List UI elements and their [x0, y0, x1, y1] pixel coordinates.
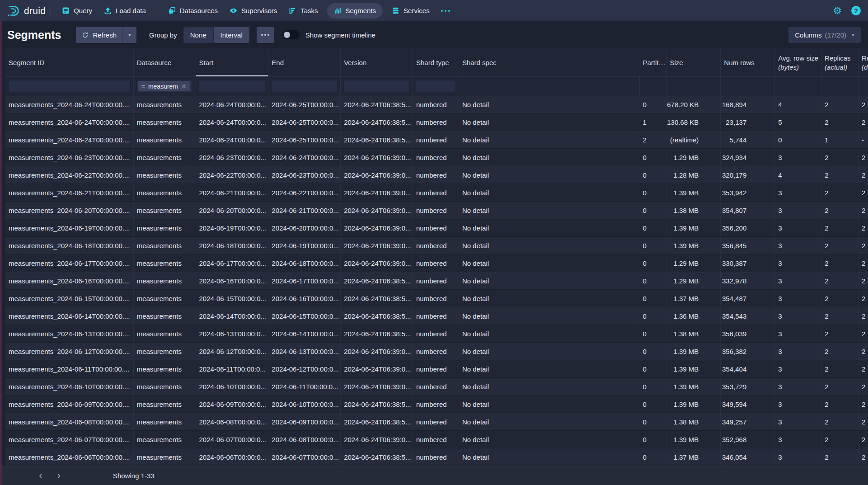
- column-header-avg_row_size[interactable]: Avg. row size(bytes): [775, 48, 821, 76]
- remove-filter-icon[interactable]: ✕: [181, 83, 187, 90]
- column-header-label: End: [272, 59, 340, 66]
- cell-replication_factor: 2: [859, 96, 868, 113]
- cell-size: 1.39 MB: [666, 396, 721, 413]
- refresh-button[interactable]: Refresh: [76, 27, 122, 43]
- column-header-num_rows[interactable]: Num rows: [721, 48, 775, 76]
- nav-item-datasources[interactable]: Datasources: [162, 0, 224, 21]
- table-row[interactable]: measurements_2024-06-17T00:00:00....meas…: [5, 254, 868, 272]
- cell-datasource: measurements: [134, 96, 196, 113]
- filter-input-shard_type[interactable]: [416, 80, 456, 92]
- column-header-sublabel: (desired): [862, 63, 868, 71]
- cell-avg_row_size: 3: [775, 290, 821, 307]
- druid-console: druid Query Load data Data: [0, 0, 868, 485]
- filter-input-datasource[interactable]: =measurem✕: [136, 80, 193, 92]
- cell-num_rows: 353,729: [721, 378, 775, 395]
- datasource-filter-tag[interactable]: =measurem✕: [138, 81, 190, 91]
- prev-page-button[interactable]: [34, 469, 47, 483]
- cell-size: 1.39 MB: [666, 343, 721, 360]
- filter-input-segment_id[interactable]: [8, 80, 131, 92]
- cell-segment_id: measurements_2024-06-13T00:00:00....: [5, 325, 134, 342]
- table-row[interactable]: measurements_2024-06-06T00:00:00....meas…: [5, 448, 868, 466]
- settings-gear-icon[interactable]: ⚙: [833, 6, 842, 16]
- nav-item-label: Load data: [116, 7, 146, 14]
- table-row[interactable]: measurements_2024-06-07T00:00:00....meas…: [5, 431, 868, 448]
- cell-shard_spec: No detail: [459, 448, 640, 466]
- cell-avg_row_size: 3: [775, 431, 821, 448]
- nav-item-services[interactable]: Services: [386, 0, 436, 21]
- columns-button[interactable]: Columns (17/20) ▾: [788, 27, 861, 43]
- cell-end: 2024-06-24T00:00:0...: [268, 149, 341, 166]
- group-by-none-button[interactable]: None: [183, 27, 214, 43]
- column-header-version[interactable]: Version: [341, 48, 413, 76]
- group-by-interval-button[interactable]: Interval: [214, 27, 249, 43]
- segments-icon: [334, 7, 342, 14]
- column-header-partition[interactable]: Partition: [639, 48, 666, 76]
- cell-replication_factor: 2: [859, 396, 868, 413]
- nav-item-tasks[interactable]: Tasks: [283, 0, 324, 21]
- table-row[interactable]: measurements_2024-06-10T00:00:00....meas…: [5, 378, 868, 396]
- nav-item-label: Services: [404, 7, 430, 14]
- cell-replicas: 2: [821, 396, 859, 413]
- filter-input-start[interactable]: [199, 80, 266, 92]
- column-header-shard_spec[interactable]: Shard spec: [459, 48, 640, 76]
- services-icon: [392, 7, 399, 14]
- cell-end: 2024-06-07T00:00:0...: [268, 448, 341, 466]
- nav-more-button[interactable]: [436, 10, 455, 12]
- cell-end: 2024-06-13T00:00:0...: [268, 343, 341, 360]
- column-header-label: Shard type: [416, 59, 459, 66]
- table-row[interactable]: measurements_2024-06-08T00:00:00....meas…: [5, 413, 868, 431]
- table-row[interactable]: measurements_2024-06-22T00:00:00....meas…: [5, 166, 868, 184]
- refresh-dropdown-button[interactable]: ▾: [122, 27, 136, 43]
- column-header-start[interactable]: Start: [196, 48, 269, 76]
- table-row[interactable]: measurements_2024-06-24T00:00:00....meas…: [5, 96, 868, 113]
- table-row[interactable]: measurements_2024-06-19T00:00:00....meas…: [5, 219, 868, 237]
- column-header-size[interactable]: Size: [666, 48, 721, 76]
- cell-shard_spec: No detail: [459, 184, 640, 201]
- cell-shard_type: numbered: [413, 149, 459, 166]
- cell-avg_row_size: 3: [775, 237, 821, 254]
- table-row[interactable]: measurements_2024-06-11T00:00:00....meas…: [5, 360, 868, 378]
- table-row[interactable]: measurements_2024-06-16T00:00:00....meas…: [5, 272, 868, 290]
- column-header-datasource[interactable]: Datasource: [134, 48, 196, 76]
- cell-end: 2024-06-25T00:00:0...: [268, 131, 341, 148]
- column-header-shard_type[interactable]: Shard type: [413, 48, 459, 76]
- nav-item-segments[interactable]: Segments: [327, 3, 383, 19]
- segment-timeline-toggle[interactable]: [282, 30, 300, 39]
- column-header-end[interactable]: End: [268, 48, 341, 76]
- table-row[interactable]: measurements_2024-06-20T00:00:00....meas…: [5, 202, 868, 219]
- table-row[interactable]: measurements_2024-06-23T00:00:00....meas…: [5, 149, 868, 166]
- help-icon[interactable]: ?: [851, 6, 861, 15]
- next-page-button[interactable]: [52, 469, 66, 483]
- nav-item-label: Query: [74, 7, 92, 14]
- table-row[interactable]: measurements_2024-06-21T00:00:00....meas…: [5, 184, 868, 202]
- cell-datasource: measurements: [134, 166, 196, 184]
- more-options-button[interactable]: [257, 27, 274, 43]
- cell-datasource: measurements: [134, 325, 196, 342]
- nav-item-label: Supervisors: [241, 7, 277, 14]
- segments-table: Segment IDDatasourceStartEndVersionShard…: [0, 48, 868, 466]
- table-row[interactable]: measurements_2024-06-24T00:00:00....meas…: [5, 131, 868, 149]
- column-header-replication_factor[interactable]: Replication factor(desired): [859, 48, 868, 76]
- table-row[interactable]: measurements_2024-06-09T00:00:00....meas…: [5, 396, 868, 413]
- column-header-segment_id[interactable]: Segment ID: [5, 48, 134, 76]
- filter-cell-datasource: =measurem✕: [134, 77, 196, 96]
- nav-item-query[interactable]: Query: [56, 0, 98, 21]
- nav-divider: [157, 6, 157, 16]
- filter-input-end[interactable]: [271, 80, 338, 92]
- table-row[interactable]: measurements_2024-06-15T00:00:00....meas…: [5, 290, 868, 307]
- table-row[interactable]: measurements_2024-06-13T00:00:00....meas…: [5, 325, 868, 343]
- nav-item-label: Tasks: [300, 7, 318, 14]
- nav-item-supervisors[interactable]: Supervisors: [224, 0, 283, 21]
- table-row[interactable]: measurements_2024-06-14T00:00:00....meas…: [5, 307, 868, 325]
- column-header-replicas[interactable]: Replicas(actual): [821, 48, 859, 76]
- cell-size: (realtime): [666, 131, 721, 148]
- nav-item-load-data[interactable]: Load data: [98, 0, 152, 21]
- table-row[interactable]: measurements_2024-06-24T00:00:00....meas…: [5, 113, 868, 131]
- cell-partition: 0: [639, 396, 666, 413]
- brand-home-link[interactable]: druid: [6, 5, 46, 17]
- cell-segment_id: measurements_2024-06-11T00:00:00....: [5, 360, 134, 377]
- table-row[interactable]: measurements_2024-06-12T00:00:00....meas…: [5, 343, 868, 360]
- cell-datasource: measurements: [134, 254, 196, 272]
- filter-input-version[interactable]: [343, 80, 410, 92]
- table-row[interactable]: measurements_2024-06-18T00:00:00....meas…: [5, 237, 868, 254]
